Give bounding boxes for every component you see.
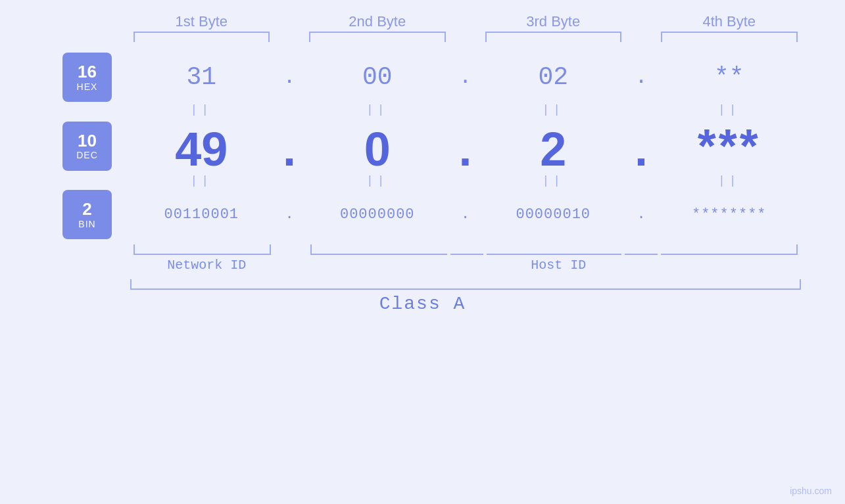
bracket-byte4: [661, 32, 798, 42]
bracket-host-left: [310, 244, 447, 255]
hex-badge-label: HEX: [77, 81, 98, 92]
bracket-byte1: [133, 32, 270, 42]
main-container: 1st Byte 2nd Byte 3rd Byte 4th Byte 16 H…: [0, 0, 845, 504]
dec-dot3: .: [635, 123, 648, 175]
dec-dot1: .: [283, 123, 296, 175]
hex-dot1: .: [273, 65, 306, 89]
bin-b3: 00000010: [516, 206, 591, 223]
byte1-label: 1st Byte: [130, 13, 274, 30]
hex-b1: 31: [186, 63, 216, 91]
network-id-label: Network ID: [130, 258, 284, 273]
bin-b4: ********: [692, 206, 767, 223]
watermark: ipshu.com: [790, 486, 832, 496]
bracket-host-mid: [487, 244, 622, 255]
bin-dot2: .: [449, 206, 482, 223]
byte3-label: 3rd Byte: [482, 13, 625, 30]
eq2-b3: ||: [482, 174, 625, 187]
hex-b4: **: [714, 63, 744, 91]
equals-row1: || || || ||: [45, 103, 801, 116]
bin-dot1: .: [273, 206, 306, 223]
eq2-b2: ||: [306, 174, 449, 187]
eq2-b1: ||: [130, 174, 274, 187]
bracket-byte2: [309, 32, 446, 42]
hex-dot2: .: [449, 65, 482, 89]
bracket-byte3: [485, 32, 622, 42]
dec-badge-num: 10: [78, 131, 97, 150]
bin-b1: 00110001: [164, 206, 239, 223]
bin-row: 2 BIN 00110001 . 00000000 . 00000010 . *…: [45, 190, 801, 239]
dec-b3: 2: [540, 123, 566, 175]
dec-badge: 10 DEC: [62, 122, 112, 171]
eq1-b2: ||: [306, 103, 449, 116]
dec-b2: 0: [364, 123, 391, 175]
eq1-b3: ||: [482, 103, 625, 116]
dec-b1: 49: [175, 123, 228, 175]
class-bracket: [130, 279, 801, 290]
dec-b4: ***: [698, 120, 761, 172]
bracket-net: [133, 244, 272, 255]
host-id-label: Host ID: [316, 258, 800, 273]
bin-badge: 2 BIN: [62, 190, 112, 239]
eq1-b4: ||: [658, 103, 801, 116]
hex-b3: 02: [538, 63, 568, 91]
eq2-b4: ||: [658, 174, 801, 187]
bracket-host-right: [661, 244, 798, 255]
hex-dot3: .: [625, 65, 658, 89]
byte4-label: 4th Byte: [658, 13, 801, 30]
bottom-brackets: [45, 244, 801, 255]
hex-row: 16 HEX 31 . 00 . 02 . **: [45, 53, 801, 102]
hex-badge-num: 16: [78, 62, 97, 81]
equals-row2: || || || ||: [45, 174, 801, 187]
bin-badge-label: BIN: [78, 219, 95, 229]
class-label-row: Class A: [45, 294, 801, 314]
hex-b2: 00: [362, 63, 393, 91]
class-label: Class A: [379, 294, 466, 314]
bin-dot3: .: [625, 206, 658, 223]
dec-dot2: .: [458, 123, 471, 175]
id-labels-row: Network ID Host ID: [45, 258, 801, 273]
bin-badge-num: 2: [82, 200, 91, 219]
dec-row: 10 DEC 49 . 0 . 2 . ***: [45, 119, 801, 173]
byte2-label: 2nd Byte: [306, 13, 449, 30]
eq1-b1: ||: [130, 103, 274, 116]
hex-badge: 16 HEX: [62, 53, 112, 102]
bin-b2: 00000000: [340, 206, 415, 223]
dec-badge-label: DEC: [76, 150, 98, 160]
